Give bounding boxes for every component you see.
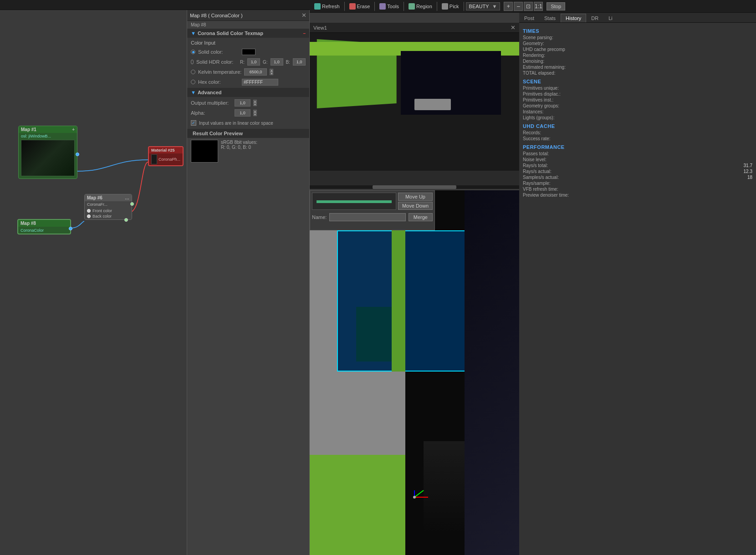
mat-section-result[interactable]: Result Color Preview <box>187 129 309 138</box>
stats-scene-parsing: Scene parsing: <box>523 35 752 41</box>
merge-slider-thumb[interactable] <box>317 200 392 203</box>
node-map1-header: Map #1 + <box>19 126 77 133</box>
advanced-section: Output multiplier: ▲ ▼ Alpha: ▲ ▼ Input … <box>187 97 309 129</box>
render-scrollbar[interactable] <box>310 185 519 189</box>
front-color-row: Front color <box>87 209 129 213</box>
toolbar-divider5 <box>464 2 464 11</box>
stop-button[interactable]: Stop <box>547 2 565 10</box>
kelvin-down[interactable]: ▼ <box>270 72 273 75</box>
move-down-button[interactable]: Move Down <box>398 202 433 210</box>
node-map1-add[interactable]: + <box>72 127 75 132</box>
toolbar-divider4 <box>437 2 437 11</box>
move-up-button[interactable]: Move Up <box>398 193 433 201</box>
node-map6-sublabel: CoronaFr... <box>87 202 129 207</box>
stats-geom-groups-key: Geometry groups: <box>523 103 559 108</box>
output-mult-field[interactable] <box>235 99 250 107</box>
pick-button[interactable]: Pick <box>439 2 462 10</box>
zoom-reset-button[interactable]: 1:1 <box>534 2 543 11</box>
alpha-up[interactable]: ▲ <box>253 110 257 113</box>
stats-prim-unique: Primitives unique: <box>523 85 752 91</box>
zoom-fit-button[interactable]: ⊡ <box>524 2 533 11</box>
node-canvas[interactable]: Map #1 + osl: jiWindowB... Map #6 … Coro… <box>0 30 187 555</box>
alpha-row: Alpha: ▲ ▼ <box>187 108 309 118</box>
pick-icon <box>442 3 448 10</box>
merge-list[interactable] <box>312 193 396 210</box>
merge-name-row: Name: Merge <box>310 212 434 223</box>
render-scrollbar-thumb[interactable] <box>373 185 456 189</box>
node-editor-panel: Map #1 + osl: jiWindowB... Map #6 … Coro… <box>0 10 187 555</box>
node-map8-output[interactable] <box>69 227 72 230</box>
mat-panel-close[interactable]: ✕ <box>301 12 306 19</box>
stats-samples-actual: Samples/s actual: 18 <box>523 174 752 180</box>
tab-history[interactable]: History <box>561 14 586 22</box>
node-map6-output2[interactable] <box>124 218 128 222</box>
zoom-out-button[interactable]: – <box>514 2 523 11</box>
output-mult-down[interactable]: ▼ <box>253 103 257 106</box>
mat-section-advanced[interactable]: ▼ Advanced <box>187 88 309 97</box>
stats-geom-groups: Geometry groups: <box>523 103 752 109</box>
tools-button[interactable]: Tools <box>377 2 402 10</box>
front-color-input[interactable] <box>87 209 91 213</box>
tools-label: Tools <box>387 4 399 9</box>
stats-preview-denoiser-key: Preview denoiser time: <box>523 193 569 198</box>
hex-radio[interactable] <box>191 80 195 84</box>
region-label: Region <box>416 4 432 9</box>
alpha-down[interactable]: ▼ <box>253 113 257 116</box>
zoom-in-button[interactable]: + <box>504 2 513 11</box>
hdr-r-field[interactable] <box>247 58 260 66</box>
node-map8-body: CoronaColor <box>18 227 70 234</box>
solid-color-swatch[interactable] <box>242 49 255 55</box>
toolbar-divider2 <box>374 2 375 11</box>
alpha-field[interactable] <box>235 109 250 117</box>
output-mult-spinner[interactable]: ▲ ▼ <box>253 100 257 106</box>
tab-dr[interactable]: DR <box>586 14 603 22</box>
hdr-g-label: G: <box>263 60 268 65</box>
kelvin-spinner[interactable]: ▲ ▼ <box>270 69 273 75</box>
mat-section-texmap[interactable]: ▼ Corona Solid Color Texmap – <box>187 29 309 38</box>
tab-li[interactable]: Li <box>603 14 618 22</box>
node-map8[interactable]: Map #8 CoronaColor <box>17 219 71 234</box>
srgb-val: R: 0, G: 0, B: 0 <box>221 145 257 150</box>
node-map6[interactable]: Map #6 … CoronaFr... Front color Back co… <box>84 194 132 220</box>
name-input[interactable] <box>329 213 405 221</box>
tab-post[interactable]: Post <box>519 14 539 22</box>
node-map1-output[interactable] <box>76 153 79 156</box>
tab-stats[interactable]: Stats <box>539 14 561 22</box>
output-mult-up[interactable]: ▲ <box>253 100 257 103</box>
solid-hdr-row: Solid HDR color: R: G: B: <box>187 57 309 67</box>
stats-panel: TIMES Scene parsing: Geometry: UHD cache… <box>519 23 756 555</box>
solid-color-radio[interactable] <box>191 50 195 54</box>
node-material25-label: Material #25 <box>151 148 175 153</box>
stats-section-times: TIMES <box>523 28 752 34</box>
stats-prim-displac: Primitives displac.: <box>523 91 752 97</box>
kelvin-up[interactable]: ▲ <box>270 69 273 72</box>
solid-hdr-radio[interactable] <box>191 60 194 64</box>
hdr-r-label: R: <box>240 60 245 65</box>
render-view-close[interactable]: ✕ <box>511 24 516 31</box>
kelvin-field[interactable] <box>244 68 267 76</box>
linear-checkbox[interactable] <box>191 120 196 126</box>
render-view-text: View1 <box>313 25 327 31</box>
node-map6-body: CoronaFr... Front color Back color <box>85 201 132 219</box>
beauty-dropdown[interactable]: BEAUTY ▼ <box>466 2 501 10</box>
back-color-label: Back color <box>92 214 112 219</box>
node-map1[interactable]: Map #1 + osl: jiWindowB... <box>18 126 77 179</box>
node-map6-output[interactable] <box>130 202 134 206</box>
hdr-b-field[interactable] <box>293 58 306 66</box>
back-color-input[interactable] <box>87 214 91 218</box>
color-input-section: Color Input Solid color: Solid HDR color… <box>187 38 309 88</box>
merge-dialog-inner: Move Up Move Down <box>310 191 434 212</box>
erase-button[interactable]: Erase <box>347 2 373 10</box>
stats-section-performance: PERFORMANCE <box>523 144 752 150</box>
merge-button[interactable]: Merge <box>409 213 433 221</box>
mat-texmap-collapse[interactable]: – <box>303 31 306 36</box>
hex-input[interactable] <box>242 79 278 86</box>
region-button[interactable]: Region <box>406 2 435 10</box>
hdr-g-field[interactable] <box>271 58 283 66</box>
node-material25[interactable]: Material #25 CoronaPh... <box>148 146 184 166</box>
node-map6-label: Map #6 <box>87 195 102 200</box>
stats-section-uhd-cache: UHD Cache <box>523 123 752 129</box>
refresh-button[interactable]: Refresh <box>312 2 342 10</box>
kelvin-radio[interactable] <box>191 70 195 74</box>
alpha-spinner[interactable]: ▲ ▼ <box>253 110 257 116</box>
